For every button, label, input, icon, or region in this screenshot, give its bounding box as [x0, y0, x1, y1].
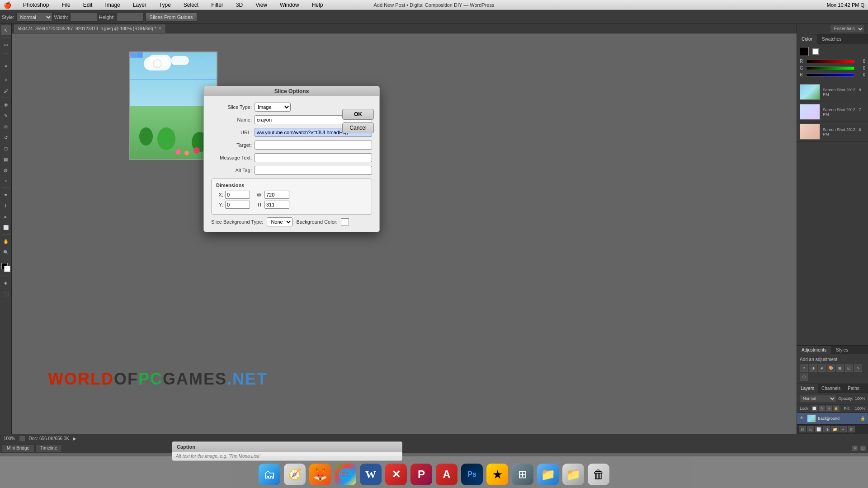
foreground-background-colors[interactable] [1, 263, 10, 272]
slice-type-select[interactable]: Image [255, 103, 291, 112]
tab-layers[interactable]: Layers [797, 384, 818, 393]
eraser-tool[interactable]: ◻ [1, 143, 11, 153]
move-tool[interactable]: ↖ [1, 25, 11, 35]
tab-channels[interactable]: Channels [818, 384, 844, 393]
lock-all[interactable]: 🔒 [833, 405, 840, 412]
doc-tab[interactable]: 550474_359947204085287_920123813_n.jpeg … [14, 24, 166, 33]
zoom-tool[interactable]: 🔍 [1, 247, 11, 257]
dock-photoshop[interactable]: Ps [460, 463, 484, 486]
adj-icon-6[interactable]: ◱ [845, 364, 853, 372]
menu-edit[interactable]: Edit [80, 1, 95, 9]
w-input[interactable] [264, 191, 289, 199]
heal-tool[interactable]: ✚ [1, 100, 11, 110]
message-text-input[interactable] [255, 153, 372, 162]
thumbnail-item-0[interactable]: Screen Shot 2012...8 PM [797, 82, 868, 102]
b-slider[interactable] [806, 73, 854, 77]
dock-finder[interactable]: 🗂 [258, 463, 281, 486]
blend-mode-select[interactable]: Normal [800, 395, 836, 402]
dock-chrome[interactable]: 🌐 [334, 463, 357, 486]
h-input[interactable] [264, 201, 289, 209]
dock-launchpad[interactable]: ⊞ [511, 463, 534, 486]
dodge-tool[interactable]: ○ [1, 176, 11, 186]
bg-color-preview[interactable] [812, 48, 819, 55]
layer-adj-btn[interactable]: ◑ [823, 426, 830, 432]
tab-paths[interactable]: Paths [844, 384, 863, 393]
menu-type[interactable]: Type [156, 1, 174, 9]
menu-image[interactable]: Image [102, 1, 123, 9]
layer-eye-icon[interactable]: 👁 [800, 416, 805, 421]
bottom-icon-2[interactable]: ◫ [860, 445, 866, 451]
menu-3d[interactable]: 3D [233, 1, 245, 9]
doc-size-arrow[interactable]: ▶ [73, 436, 76, 441]
type-tool[interactable]: T [1, 201, 11, 211]
gradient-tool[interactable]: ▦ [1, 154, 11, 164]
eyedropper-tool[interactable]: 🖊 [1, 86, 11, 96]
background-color[interactable] [4, 266, 10, 272]
target-input[interactable] [255, 141, 372, 150]
adj-icon-8[interactable]: ⬡ [800, 373, 808, 381]
quick-mask-btn[interactable]: ◉ [1, 278, 11, 288]
adj-icon-3[interactable]: ◈ [818, 364, 826, 372]
dock-firefox[interactable]: 🦊 [308, 463, 332, 486]
style-select[interactable]: Normal [16, 13, 52, 22]
clone-tool[interactable]: ⊕ [1, 122, 11, 131]
y-input[interactable] [225, 201, 250, 209]
dock-folder3[interactable]: 📁 [561, 463, 585, 486]
brush-tool[interactable]: ✎ [1, 111, 11, 121]
menu-file[interactable]: File [59, 1, 73, 9]
timeline-tab[interactable]: Timeline [35, 444, 62, 452]
layer-fx-btn[interactable]: fx [807, 426, 814, 432]
crop-tool[interactable]: ⌗ [1, 75, 11, 85]
zoom-indicator[interactable] [19, 436, 25, 442]
bottom-icon-1[interactable]: ⚙ [852, 445, 858, 451]
menu-help[interactable]: Help [309, 1, 326, 9]
tab-swatches[interactable]: Swatches [817, 34, 846, 44]
bg-color-swatch[interactable] [341, 218, 349, 225]
slices-from-guides-button[interactable]: Slices From Guides [146, 13, 197, 22]
layer-link-btn[interactable]: ⛓ [799, 426, 806, 432]
screen-mode-btn[interactable]: ⬛ [1, 289, 11, 299]
doc-tab-close[interactable]: ✕ [158, 26, 162, 31]
lasso-tool[interactable]: ⌒ [1, 50, 11, 60]
adj-icon-1[interactable]: ☀ [800, 364, 808, 372]
height-input[interactable] [117, 13, 144, 22]
dock-trash[interactable]: 🗑 [587, 463, 610, 486]
mini-bridge-tab[interactable]: Mini Bridge [2, 444, 34, 452]
history-brush[interactable]: ↺ [1, 132, 11, 142]
fg-color-preview[interactable] [800, 47, 809, 56]
lock-image[interactable]: ✎ [819, 405, 825, 412]
magic-wand-tool[interactable]: ✦ [1, 61, 11, 71]
thumbnail-item-2[interactable]: Screen Shot 2012...6 PM [797, 122, 868, 142]
adj-icon-2[interactable]: ◑ [809, 364, 817, 372]
dock-folder2[interactable]: 📁 [536, 463, 560, 486]
menu-select[interactable]: Select [181, 1, 201, 9]
thumbnail-item-1[interactable]: Screen Shot 2012...7 PM [797, 102, 868, 122]
dock-acrobat[interactable]: A [435, 463, 458, 486]
lock-position[interactable]: ✛ [826, 405, 832, 412]
dock-ppdf[interactable]: P [410, 463, 433, 486]
adj-icon-5[interactable]: ▦ [836, 364, 844, 372]
x-input[interactable] [225, 191, 250, 199]
blur-tool[interactable]: ◍ [1, 165, 11, 175]
adj-icon-4[interactable]: 🎨 [827, 364, 835, 372]
dock-word[interactable]: W [359, 463, 382, 486]
menu-layer[interactable]: Layer [130, 1, 149, 9]
ok-button[interactable]: OK [342, 109, 374, 120]
alt-tag-input[interactable] [255, 166, 372, 175]
pen-tool[interactable]: ✒ [1, 190, 11, 200]
dock-winx[interactable]: ✕ [384, 463, 408, 486]
menu-photoshop[interactable]: Photoshop [20, 1, 52, 9]
dock-safari[interactable]: 🧭 [283, 463, 307, 486]
tab-color[interactable]: Color [797, 34, 817, 44]
dock-iphoto[interactable]: ★ [486, 463, 509, 486]
bg-type-select[interactable]: None [267, 217, 292, 226]
layer-mask-btn[interactable]: ⬜ [815, 426, 822, 432]
tab-styles[interactable]: Styles [831, 346, 853, 354]
r-slider[interactable] [806, 60, 854, 63]
layer-row-background[interactable]: 👁 Background 🔒 [797, 413, 868, 424]
path-selection-tool[interactable]: ▸ [1, 211, 11, 221]
menu-filter[interactable]: Filter [208, 1, 226, 9]
layer-group-btn[interactable]: 📁 [831, 426, 839, 432]
tab-adjustments[interactable]: Adjustments [797, 346, 831, 354]
adj-icon-7[interactable]: ∿ [854, 364, 862, 372]
